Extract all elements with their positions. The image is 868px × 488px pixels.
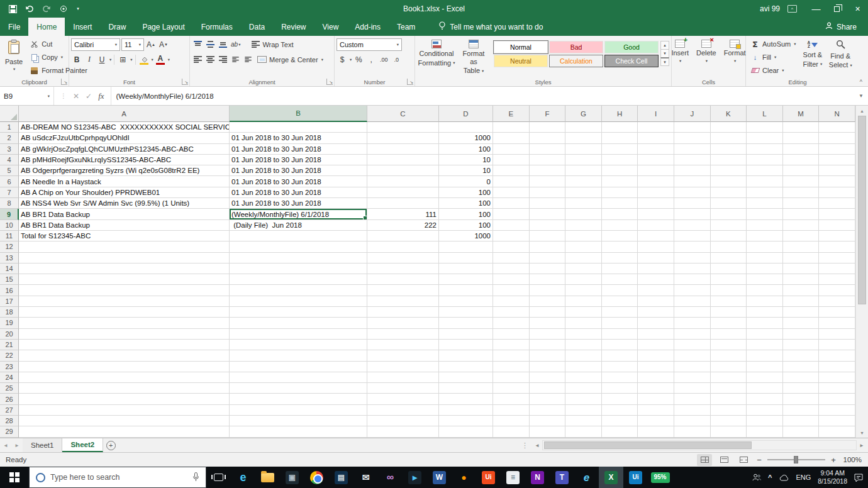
cell-e12[interactable] [493, 241, 530, 252]
mail-icon[interactable]: ✉ [353, 467, 378, 488]
cell-j4[interactable] [674, 155, 711, 165]
cell-b22[interactable] [230, 350, 367, 361]
cell-d22[interactable] [439, 350, 493, 361]
cell-h14[interactable] [602, 263, 638, 274]
accounting-format-button[interactable]: $ [337, 53, 348, 65]
cell-style-bad[interactable]: Bad [549, 41, 603, 53]
font-size-select[interactable]: 11▾ [121, 38, 144, 51]
cell-b23[interactable] [230, 362, 367, 372]
row-header-20[interactable]: 20 [0, 329, 19, 340]
cell-e17[interactable] [493, 296, 530, 307]
cell-i19[interactable] [638, 318, 674, 328]
cell-e9[interactable] [493, 209, 530, 219]
cell-l1[interactable] [747, 122, 783, 133]
cell-h24[interactable] [602, 372, 638, 383]
close-button[interactable]: × [847, 0, 868, 18]
start-button[interactable] [0, 467, 29, 488]
cell-m7[interactable] [783, 187, 820, 198]
cell-a8[interactable]: AB NSS4 Web Svr S/W Admin Svc (99.5%) (1… [19, 198, 230, 209]
cell-j29[interactable] [674, 426, 711, 437]
cell-n22[interactable] [819, 350, 855, 361]
microphone-icon[interactable] [192, 472, 199, 483]
cell-j15[interactable] [674, 274, 711, 285]
cell-g18[interactable] [565, 307, 602, 318]
cell-b24[interactable] [230, 372, 367, 383]
cell-e10[interactable] [493, 220, 530, 231]
cell-e5[interactable] [493, 165, 530, 176]
cell-m8[interactable] [783, 198, 820, 209]
cell-e26[interactable] [493, 394, 530, 404]
store-icon[interactable]: ▤ [329, 467, 353, 488]
cell-a18[interactable] [19, 307, 230, 318]
cell-m12[interactable] [783, 241, 820, 252]
cell-f21[interactable] [530, 340, 566, 350]
cell-b5[interactable]: 01 Jun 2018 to 30 Jun 2018 [230, 165, 367, 176]
cell-l18[interactable] [747, 307, 783, 318]
cell-g1[interactable] [565, 122, 602, 133]
cell-n18[interactable] [819, 307, 855, 318]
cell-e22[interactable] [493, 350, 530, 361]
number-dialog-launcher[interactable]: ↘ [407, 79, 413, 85]
cell-l24[interactable] [747, 372, 783, 383]
cell-l21[interactable] [747, 340, 783, 350]
cell-h22[interactable] [602, 350, 638, 361]
row-header-11[interactable]: 11 [0, 231, 19, 241]
restore-button[interactable] [826, 0, 847, 18]
sheet-tab-sheet1[interactable]: Sheet1 [23, 438, 62, 452]
cell-n5[interactable] [819, 165, 855, 176]
cell-i3[interactable] [638, 144, 674, 155]
cell-c3[interactable] [367, 144, 439, 155]
cell-n11[interactable] [819, 231, 855, 241]
cell-f28[interactable] [530, 416, 566, 426]
row-header-12[interactable]: 12 [0, 241, 19, 252]
cell-d7[interactable]: 100 [439, 187, 493, 198]
cell-e19[interactable] [493, 318, 530, 328]
row-header-9[interactable]: 9 [0, 209, 19, 219]
name-box[interactable]: B9 ▾ [0, 87, 54, 105]
chrome-icon[interactable] [304, 467, 329, 488]
cell-k2[interactable] [711, 133, 747, 143]
column-header-b[interactable]: B [230, 106, 367, 122]
find-select-button[interactable]: Find & Select▾ [826, 38, 854, 71]
cell-c14[interactable] [367, 263, 439, 274]
increase-decimal-button[interactable]: .00 [378, 53, 389, 65]
cell-k26[interactable] [711, 394, 747, 404]
cell-a29[interactable] [19, 426, 230, 437]
cell-n17[interactable] [819, 296, 855, 307]
cell-h16[interactable] [602, 285, 638, 296]
cell-g19[interactable] [565, 318, 602, 328]
cell-h29[interactable] [602, 426, 638, 437]
cell-b27[interactable] [230, 405, 367, 416]
cell-h7[interactable] [602, 187, 638, 198]
cell-l22[interactable] [747, 350, 783, 361]
cell-f25[interactable] [530, 383, 566, 394]
cell-f8[interactable] [530, 198, 566, 209]
cell-k12[interactable] [711, 241, 747, 252]
cell-d1[interactable] [439, 122, 493, 133]
cell-m27[interactable] [783, 405, 820, 416]
cell-m14[interactable] [783, 263, 820, 274]
cell-k3[interactable] [711, 144, 747, 155]
vertical-scrollbar[interactable]: ▲ ▼ [855, 106, 868, 438]
cell-k28[interactable] [711, 416, 747, 426]
new-sheet-button[interactable]: + [103, 438, 118, 452]
cell-f7[interactable] [530, 187, 566, 198]
cell-n28[interactable] [819, 416, 855, 426]
cell-b9[interactable]: (Weekly/MonthlyFile) 6/1/2018 [230, 209, 367, 219]
cell-n27[interactable] [819, 405, 855, 416]
cell-g11[interactable] [565, 231, 602, 241]
cell-style-normal[interactable]: Normal [494, 41, 548, 53]
cell-e7[interactable] [493, 187, 530, 198]
cell-d26[interactable] [439, 394, 493, 404]
cell-a22[interactable] [19, 350, 230, 361]
cell-m5[interactable] [783, 165, 820, 176]
percent-style-button[interactable]: % [353, 53, 364, 65]
increase-indent-button[interactable] [242, 53, 253, 65]
cell-e1[interactable] [493, 122, 530, 133]
cell-k17[interactable] [711, 296, 747, 307]
cell-b16[interactable] [230, 285, 367, 296]
cell-l2[interactable] [747, 133, 783, 143]
cell-a16[interactable] [19, 285, 230, 296]
cell-d16[interactable] [439, 285, 493, 296]
cell-h6[interactable] [602, 176, 638, 187]
